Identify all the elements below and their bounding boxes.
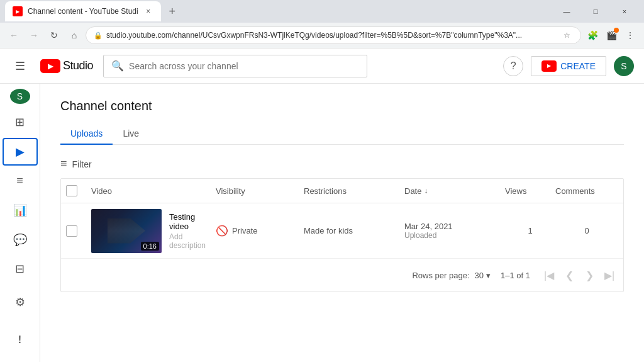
sidebar-item-playlists[interactable]: ≡	[3, 168, 38, 195]
first-page-button[interactable]: |◀	[540, 266, 558, 284]
sidebar-avatar[interactable]: S	[10, 89, 30, 104]
tab-favicon-icon	[13, 6, 23, 16]
extensions-button[interactable]: 🧩	[584, 26, 601, 44]
sidebar-item-dashboard[interactable]: ⊞	[3, 109, 38, 135]
sidebar-item-content[interactable]: ▶	[3, 138, 38, 165]
header-date[interactable]: Date ↓	[404, 186, 505, 196]
sidebar-item-analytics[interactable]: 📊	[3, 197, 38, 223]
page-info: 1–1 of 1	[501, 271, 530, 280]
sidebar: S ⊞ ▶ ≡ 📊 💬 ⊟ ⚙	[0, 84, 40, 362]
rows-per-page: Rows per page: 30 ▾	[412, 271, 491, 280]
tab-close-button[interactable]: ×	[143, 6, 153, 16]
browser-chrome: Channel content - YouTube Studi × + — □ …	[0, 0, 644, 48]
row-checkbox[interactable]	[66, 225, 77, 237]
forward-button[interactable]: →	[25, 26, 43, 44]
sidebar-item-feedback[interactable]: !	[3, 322, 38, 358]
app: ☰ Studio 🔍 ? CREATE S S ⊞ ▶	[0, 48, 644, 362]
filter-bar: ≡ Filter	[60, 155, 624, 173]
video-title: Testing video	[169, 212, 216, 231]
refresh-button[interactable]: ↻	[45, 26, 63, 44]
help-button[interactable]: ?	[503, 56, 523, 76]
visibility-icon: 🚫	[216, 225, 228, 237]
table-row: 0:16 Testing video Add description 🚫 Pri…	[61, 203, 623, 259]
hamburger-button[interactable]: ☰	[10, 56, 30, 76]
dropdown-icon: ▾	[486, 271, 491, 280]
page-nav: |◀ ❮ ❯ ▶|	[540, 266, 618, 284]
comments-icon: 💬	[13, 233, 27, 247]
active-tab[interactable]: Channel content - YouTube Studi ×	[5, 1, 161, 21]
header-restrictions: Restrictions	[304, 186, 404, 196]
tabs: Uploads Live	[60, 123, 624, 145]
tab-live[interactable]: Live	[113, 123, 149, 145]
rows-per-page-label: Rows per page:	[412, 271, 469, 280]
header-visibility: Visibility	[216, 186, 304, 196]
more-options-button[interactable]: ⋮	[621, 26, 639, 44]
address-bar: ← → ↻ ⌂ 🔒 studio.youtube.com/channel/UCs…	[0, 23, 644, 48]
content-area: Channel content Uploads Live ≡ Filter Vi…	[40, 84, 644, 362]
url-bar[interactable]: 🔒 studio.youtube.com/channel/UCsvGxwpnFR…	[86, 26, 581, 44]
browser-actions: 🧩 🎬 ⋮	[584, 26, 639, 44]
rows-per-page-select[interactable]: 30 ▾	[475, 271, 491, 280]
user-avatar[interactable]: S	[614, 56, 634, 76]
search-input[interactable]	[129, 61, 359, 71]
url-text: studio.youtube.com/channel/UCsvGxwpnFRsN…	[106, 31, 522, 40]
tab-uploads[interactable]: Uploads	[60, 123, 113, 145]
yt-studio-logo[interactable]: Studio	[40, 59, 93, 73]
table-header: Video Visibility Restrictions Date ↓ Vie…	[61, 179, 623, 203]
subtitles-icon: ⊟	[15, 262, 25, 276]
sidebar-bottom: ⚙ !	[3, 285, 38, 362]
main-layout: S ⊞ ▶ ≡ 📊 💬 ⊟ ⚙	[0, 84, 644, 362]
rows-per-page-value: 30	[475, 271, 484, 280]
header-checkbox	[66, 185, 91, 196]
top-nav: ☰ Studio 🔍 ? CREATE S	[0, 48, 644, 84]
playlists-icon: ≡	[16, 174, 23, 188]
sort-icon: ↓	[424, 186, 428, 195]
video-thumbnail[interactable]: 0:16	[91, 209, 162, 253]
tab-title: Channel content - YouTube Studi	[28, 7, 138, 16]
tab-bar: Channel content - YouTube Studi × + — □ …	[0, 0, 644, 23]
date-value: Mar 24, 2021	[404, 222, 505, 231]
video-table: Video Visibility Restrictions Date ↓ Vie…	[60, 178, 624, 292]
create-video-icon	[541, 60, 557, 72]
header-comments: Comments	[555, 186, 618, 196]
date-cell: Mar 24, 2021 Uploaded	[404, 222, 505, 240]
filter-icon: ≡	[60, 157, 67, 171]
close-window-button[interactable]: ×	[610, 0, 639, 23]
header-views: Views	[505, 186, 555, 196]
sidebar-item-comments[interactable]: 💬	[3, 226, 38, 252]
comments-cell: 0	[555, 226, 618, 235]
maximize-button[interactable]: □	[581, 0, 610, 23]
dashboard-icon: ⊞	[15, 115, 25, 129]
youtube-extension-button[interactable]: 🎬	[602, 26, 620, 44]
home-button[interactable]: ⌂	[65, 26, 83, 44]
last-page-button[interactable]: ▶|	[601, 266, 618, 284]
restrictions-cell: Made for kids	[304, 226, 404, 235]
youtube-icon	[40, 59, 60, 73]
content-icon: ▶	[16, 145, 25, 159]
bookmark-icon[interactable]: ☆	[560, 29, 573, 42]
video-cell[interactable]: 0:16 Testing video Add description	[91, 209, 216, 253]
video-duration: 0:16	[141, 242, 159, 251]
visibility-cell: 🚫 Private	[216, 225, 304, 237]
sidebar-item-subtitles[interactable]: ⊟	[3, 256, 38, 282]
create-label: CREATE	[560, 61, 596, 71]
sidebar-item-settings[interactable]: ⚙	[3, 285, 38, 320]
feedback-icon: !	[18, 334, 21, 346]
minimize-button[interactable]: —	[552, 0, 581, 23]
prev-page-button[interactable]: ❮	[560, 266, 578, 284]
create-button[interactable]: CREATE	[531, 56, 606, 76]
studio-label: Studio	[63, 59, 93, 72]
filter-label[interactable]: Filter	[72, 159, 92, 169]
url-actions: ☆	[560, 29, 573, 42]
video-description: Add description	[169, 232, 216, 250]
new-tab-button[interactable]: +	[164, 3, 181, 20]
select-all-checkbox[interactable]	[66, 185, 77, 196]
search-bar[interactable]: 🔍	[103, 55, 367, 77]
next-page-button[interactable]: ❯	[580, 266, 598, 284]
visibility-label: Private	[232, 226, 257, 235]
analytics-icon: 📊	[13, 203, 27, 217]
back-button[interactable]: ←	[5, 26, 23, 44]
header-video: Video	[91, 186, 216, 196]
pagination: Rows per page: 30 ▾ 1–1 of 1 |◀ ❮ ❯ ▶|	[61, 259, 623, 291]
settings-icon: ⚙	[15, 295, 25, 309]
